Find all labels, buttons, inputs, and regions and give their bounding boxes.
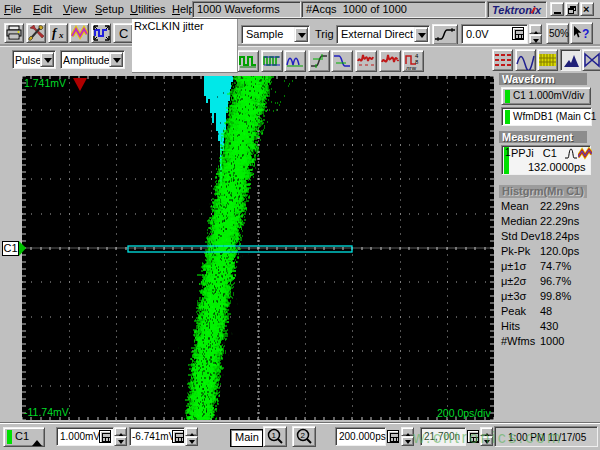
svg-text:1.741mV: 1.741mV	[24, 77, 66, 89]
svg-text:лгw: лгw	[406, 65, 417, 71]
svg-text:-11.74mV: -11.74mV	[24, 406, 69, 418]
svg-text:f: f	[52, 25, 58, 40]
svg-text:1: 1	[272, 431, 277, 440]
svg-text:200.0ps/div: 200.0ps/div	[437, 407, 491, 419]
svg-text:?: ?	[582, 27, 589, 41]
svg-text:x: x	[58, 30, 64, 40]
svg-text:2: 2	[301, 431, 306, 440]
